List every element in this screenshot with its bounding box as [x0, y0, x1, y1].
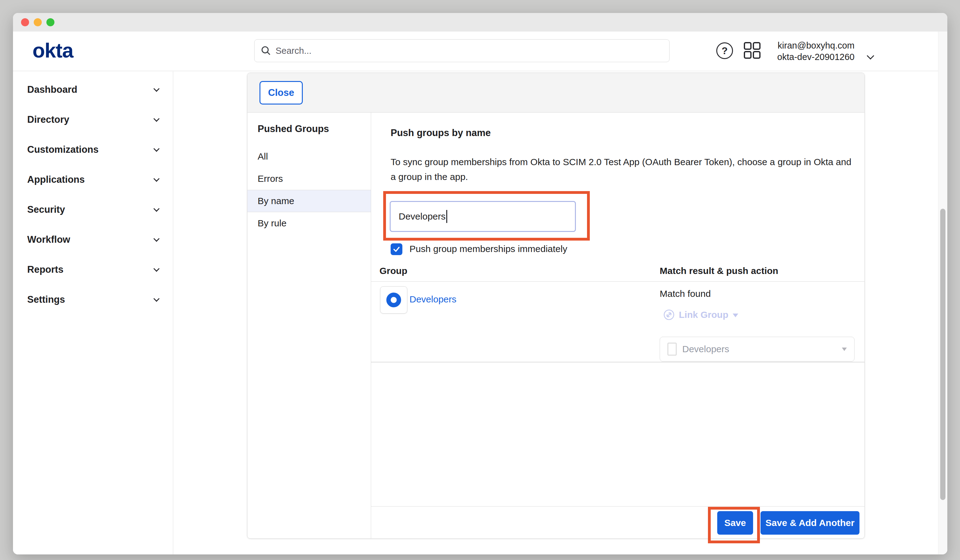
sidebar-item-applications[interactable]: Applications — [13, 165, 173, 195]
sidebar-item-label: Security — [27, 204, 65, 215]
group-donut-icon — [386, 292, 402, 308]
question-mark-icon: ? — [722, 45, 728, 57]
sidebar-item-workflow[interactable]: Workflow — [13, 224, 173, 254]
push-immediately-label: Push group memberships immediately — [410, 244, 567, 254]
app-group-placeholder-icon — [667, 342, 677, 355]
link-group-caret-icon — [733, 314, 738, 317]
chevron-down-icon — [154, 116, 160, 122]
page-title: Push groups by name — [390, 127, 491, 139]
sidebar-item-reports[interactable]: Reports — [13, 254, 173, 285]
minimize-window-button[interactable] — [34, 18, 42, 26]
group-input-value: Developers — [398, 211, 446, 222]
browser-window: okta ? kiran@boxyhq.com okta-dev-2090126… — [13, 13, 947, 554]
sidebar-item-dashboard[interactable]: Dashboard — [13, 75, 173, 104]
app-group-dropdown[interactable]: Developers — [660, 337, 854, 362]
close-window-button[interactable] — [21, 18, 29, 26]
dropdown-caret-icon — [842, 347, 847, 351]
search-input[interactable] — [275, 46, 663, 56]
sidebar-item-label: Dashboard — [27, 84, 77, 95]
scrollbar-track[interactable] — [938, 32, 947, 554]
link-icon — [663, 309, 675, 320]
subnav-item-by-rule[interactable]: By rule — [247, 212, 371, 234]
panel-topbar: Close — [247, 73, 864, 112]
link-group-button[interactable]: Link Group — [663, 309, 738, 320]
app-header: okta ? kiran@boxyhq.com okta-dev-2090126… — [13, 32, 947, 71]
save-button[interactable]: Save — [717, 511, 753, 534]
subnav-item-errors[interactable]: Errors — [247, 168, 371, 190]
sidebar-item-label: Applications — [27, 174, 85, 185]
push-immediately-checkbox[interactable] — [390, 243, 402, 255]
sidebar-item-label: Settings — [27, 294, 65, 305]
page-description: To sync group memberships from Okta to S… — [390, 155, 854, 184]
chevron-down-icon — [154, 146, 160, 152]
global-search[interactable] — [254, 39, 670, 62]
window-titlebar — [13, 13, 947, 32]
chevron-down-icon — [154, 296, 160, 302]
apps-grid-button[interactable] — [744, 42, 761, 59]
push-groups-panel: Close Pushed Groups All Errors By name B… — [247, 73, 865, 539]
link-group-label: Link Group — [679, 310, 728, 320]
push-by-name-content: Push groups by name To sync group member… — [371, 112, 864, 538]
maximize-window-button[interactable] — [46, 18, 54, 26]
sidebar-item-customizations[interactable]: Customizations — [13, 134, 173, 165]
text-cursor — [446, 210, 447, 223]
subnav-title: Pushed Groups — [247, 112, 371, 146]
subnav-item-all[interactable]: All — [247, 146, 371, 168]
pushed-groups-subnav: Pushed Groups All Errors By name By rule — [247, 112, 371, 538]
save-add-another-button[interactable]: Save & Add Another — [760, 511, 859, 534]
scrollbar-thumb[interactable] — [940, 209, 946, 500]
group-name-link[interactable]: Developers — [410, 294, 456, 305]
group-name-input[interactable]: Developers — [390, 201, 576, 232]
sidebar-nav: Dashboard Directory Customizations Appli… — [13, 72, 173, 554]
sidebar-item-label: Customizations — [27, 144, 99, 155]
search-icon — [261, 45, 271, 56]
sidebar-item-directory[interactable]: Directory — [13, 104, 173, 134]
group-avatar-tile — [380, 286, 407, 314]
app-group-value: Developers — [682, 344, 836, 354]
chevron-down-icon — [154, 86, 160, 92]
sidebar-item-label: Directory — [27, 114, 69, 125]
match-status-text: Match found — [660, 288, 711, 299]
table-row-divider — [371, 362, 864, 362]
check-icon — [392, 245, 400, 253]
okta-logo[interactable]: okta — [32, 38, 73, 62]
help-button[interactable]: ? — [716, 42, 733, 59]
chevron-down-icon — [154, 176, 160, 182]
account-email: kiran@boxyhq.com — [777, 40, 854, 51]
grid-icon — [744, 42, 761, 59]
sidebar-item-security[interactable]: Security — [13, 195, 173, 224]
close-button[interactable]: Close — [259, 81, 303, 104]
chevron-down-icon — [154, 206, 160, 212]
sidebar-item-label: Reports — [27, 264, 63, 275]
footer-divider — [371, 506, 864, 507]
chevron-down-icon — [154, 266, 160, 272]
sidebar-item-label: Workflow — [27, 234, 70, 245]
panel-body: Pushed Groups All Errors By name By rule… — [247, 112, 864, 538]
subnav-item-by-name[interactable]: By name — [247, 190, 371, 212]
column-header-match: Match result & push action — [660, 266, 778, 276]
account-chevron-down-icon[interactable] — [867, 52, 874, 59]
account-menu[interactable]: kiran@boxyhq.com okta-dev-20901260 — [777, 40, 854, 63]
chevron-down-icon — [154, 236, 160, 242]
sidebar-item-settings[interactable]: Settings — [13, 285, 173, 315]
account-org: okta-dev-20901260 — [777, 51, 854, 63]
column-header-group: Group — [379, 266, 407, 276]
